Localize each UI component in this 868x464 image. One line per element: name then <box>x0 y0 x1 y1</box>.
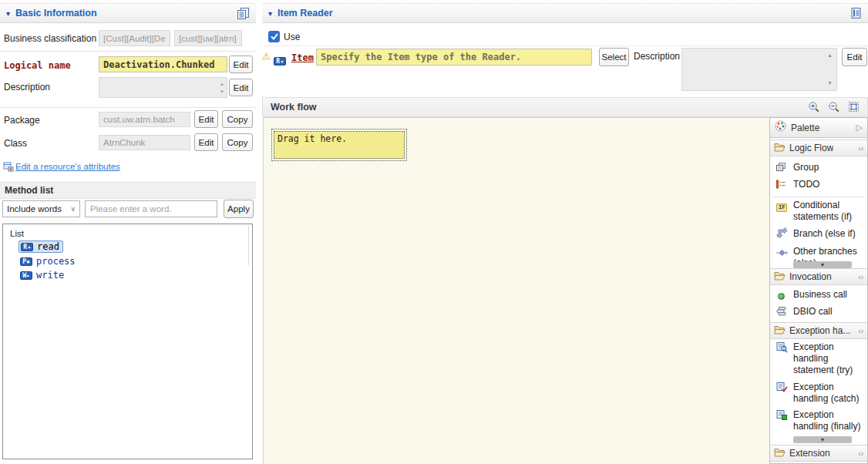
description-edit-button[interactable]: Edit <box>229 79 253 96</box>
group-label: Extension <box>789 448 830 459</box>
palette-item-exception-try[interactable]: Exception handling statement (try) <box>770 341 867 376</box>
other-branches-icon <box>776 248 789 260</box>
tree-root-list[interactable]: List <box>10 229 24 238</box>
palette-flyout-icon[interactable]: ▷ <box>856 123 863 133</box>
drawer-pin-icon[interactable]: ‹› <box>858 327 863 335</box>
folder-open-icon <box>774 446 786 460</box>
palette-scroll-down[interactable]: ▼ <box>793 261 852 268</box>
palette-group-invocation[interactable]: Invocation ‹› <box>770 268 867 285</box>
filter-mode-dropdown[interactable]: Include words ∨ <box>2 200 80 217</box>
class-label: Class <box>4 138 27 149</box>
use-checkbox[interactable] <box>268 31 280 42</box>
logical-name-label: Logical name <box>4 60 71 71</box>
logical-name-field[interactable] <box>99 56 227 72</box>
group-icon <box>776 163 786 175</box>
exception-catch-icon <box>776 382 788 396</box>
scroll-up-icon[interactable]: ▲ <box>220 82 224 86</box>
item-label: Business call <box>793 289 847 300</box>
palette-scroll-down[interactable]: ▼ <box>793 436 852 443</box>
reader-type-icon: R◂ <box>274 57 286 66</box>
drop-target-box[interactable]: Drag it here. <box>274 131 405 159</box>
palette-group-logic-flow[interactable]: Logic Flow ‹› <box>770 140 867 156</box>
palette-item-business-call[interactable]: Business call <box>770 289 867 301</box>
scroll-up-icon[interactable]: ▲ <box>827 53 833 58</box>
view-menu-icon[interactable] <box>850 7 862 19</box>
method-search-input[interactable] <box>85 200 217 217</box>
warning-icon: ⚠ <box>262 51 271 62</box>
method-label: read <box>37 241 59 252</box>
folder-open-icon <box>774 270 786 284</box>
scroll-down-icon[interactable]: ▼ <box>220 89 224 94</box>
filter-mode-value: Include words <box>7 204 62 214</box>
reader-description-label: Description <box>634 51 680 62</box>
workflow-header: Work flow <box>262 97 868 117</box>
class-copy-button[interactable]: Copy <box>222 133 253 151</box>
drawer-pin-icon[interactable]: ‹› <box>858 273 863 281</box>
palette-item-branch-else-if[interactable]: Y N Branch (else if) <box>770 228 867 240</box>
palette-item-dbio-call[interactable]: DBIO call <box>770 306 867 318</box>
zoom-in-icon[interactable] <box>808 101 820 113</box>
method-item-read[interactable]: R◂ read <box>19 240 63 253</box>
collapse-arrow-icon[interactable]: ▾ <box>6 9 10 18</box>
palette-item-todo[interactable]: TODO <box>770 179 867 190</box>
item-type-field[interactable] <box>316 49 592 66</box>
scrollbar[interactable] <box>248 225 249 265</box>
scroll-down-icon[interactable]: ▼ <box>827 81 833 86</box>
palette-group-exception-handling[interactable]: Exception ha... ‹› <box>770 322 867 339</box>
zoom-fit-icon[interactable] <box>848 101 860 113</box>
method-item-write[interactable]: W▸ write <box>20 270 64 281</box>
chevron-down-icon: ∨ <box>70 205 76 213</box>
write-method-icon: W▸ <box>20 271 32 280</box>
method-item-process[interactable]: P▪ process <box>20 256 76 267</box>
palette-group-extension[interactable]: Extension ‹› <box>770 445 867 462</box>
package-copy-button[interactable]: Copy <box>222 110 253 128</box>
divider <box>773 197 864 197</box>
basic-information-title: Basic Information <box>15 8 97 18</box>
package-label: Package <box>4 115 40 126</box>
drawer-pin-icon[interactable]: ‹› <box>858 449 863 458</box>
item-reader-header: ▾ Item Reader <box>262 3 868 23</box>
folder-open-icon <box>774 324 786 338</box>
pages-menu-icon[interactable] <box>237 7 250 20</box>
folder-open-icon <box>774 141 786 155</box>
class-edit-button[interactable]: Edit <box>194 133 218 151</box>
edit-resource-icon <box>3 161 14 175</box>
group-label: Invocation <box>789 271 832 282</box>
collapse-arrow-icon[interactable]: ▾ <box>268 9 272 18</box>
edit-resource-link[interactable]: Edit a resource's attributes <box>15 162 120 171</box>
use-label: Use <box>284 32 300 42</box>
exception-finally-icon <box>776 410 788 424</box>
select-button[interactable]: Select <box>599 48 629 66</box>
business-classification-field-2 <box>174 30 242 46</box>
item-label: Exception handling (finally) <box>793 409 860 432</box>
process-method-icon: P▪ <box>20 257 32 266</box>
package-edit-button[interactable]: Edit <box>194 110 218 128</box>
workflow-canvas[interactable]: Drag it here. <box>263 117 769 464</box>
branch-icon: Y N <box>776 227 789 242</box>
item-label: TODO <box>793 179 819 190</box>
palette-item-group[interactable]: Group <box>770 162 867 173</box>
exception-try-icon <box>776 342 788 356</box>
item-link-label[interactable]: Item <box>291 52 314 63</box>
method-label: write <box>36 270 64 281</box>
description-field: ▲ ▼ <box>99 77 227 98</box>
drawer-pin-icon[interactable]: ‹› <box>858 144 863 153</box>
description-label: Description <box>4 82 50 92</box>
palette-title: Palette <box>791 123 819 133</box>
app-window: ▾ Basic Information Business classificat… <box>0 0 868 464</box>
item-label: DBIO call <box>793 306 833 317</box>
zoom-out-icon[interactable] <box>828 101 840 113</box>
business-call-icon <box>778 291 785 303</box>
method-list-box: List R◂ read P▪ process W▸ write <box>2 224 253 459</box>
workflow-title: Work flow <box>271 102 317 113</box>
apply-button[interactable]: Apply <box>224 200 254 218</box>
palette-item-exception-catch[interactable]: Exception handling (catch) <box>770 382 867 405</box>
item-label: Exception handling statement (try) <box>793 341 853 375</box>
palette-item-conditional-if[interactable]: IF Conditional statements (if) <box>770 200 867 223</box>
logical-name-edit-button[interactable]: Edit <box>229 55 253 73</box>
item-label: Branch (else if) <box>793 228 856 239</box>
reader-description-edit-button[interactable]: Edit <box>842 48 867 66</box>
palette-header[interactable]: Palette ▷ <box>770 118 867 138</box>
item-label: Conditional statements (if) <box>793 200 852 222</box>
palette-panel: Palette ▷ Logic Flow ‹› Group <box>769 117 868 464</box>
